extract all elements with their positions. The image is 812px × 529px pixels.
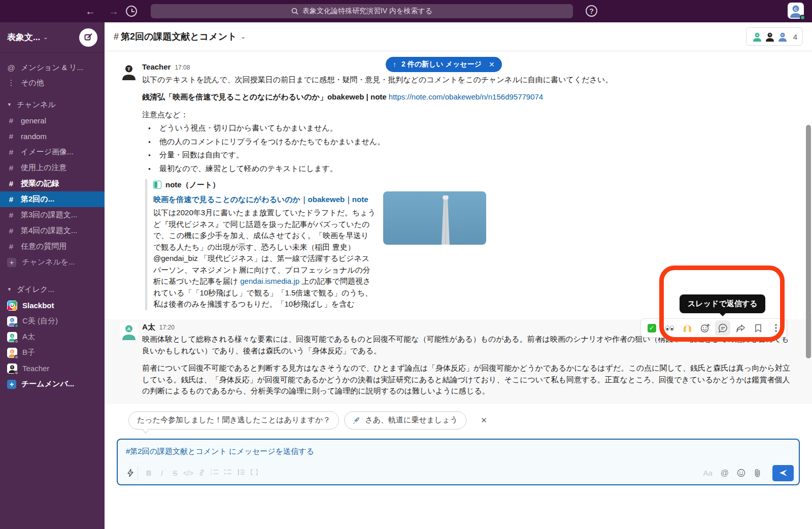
- dm-avatar-b: B: [7, 348, 17, 358]
- sidebar-channel-class-record[interactable]: #授業の記録: [0, 176, 105, 191]
- sidebar-dm-b[interactable]: B B子: [0, 345, 105, 360]
- suggestion-pill-2[interactable]: さあ、軌道に乗せましょう: [344, 411, 466, 429]
- dms-header-label: ダイレク...: [17, 285, 54, 294]
- gendai-link[interactable]: gendai.ismedia.jp: [240, 277, 299, 285]
- codeblock-button[interactable]: [248, 469, 261, 477]
- more-actions-button[interactable]: [768, 320, 784, 336]
- user-avatar[interactable]: C: [788, 3, 804, 19]
- sidebar-dm-self[interactable]: C C美 (自分): [0, 313, 105, 329]
- ordered-list-button[interactable]: 12: [208, 469, 221, 477]
- main-pane: # 第2回の課題文献とコメント ⌄ A T C 4 T Teacher 17:0…: [105, 22, 812, 529]
- presence-dot: [800, 15, 805, 20]
- compose-icon: [84, 33, 93, 42]
- share-message-button[interactable]: [733, 320, 748, 336]
- add-channel-button[interactable]: +チャンネルを...: [0, 254, 105, 270]
- react-hands-button[interactable]: [680, 320, 695, 336]
- compose-button[interactable]: [79, 28, 97, 47]
- message-text: 前者について回復不可能であると判断する見方はなさそうなので、ひとまず論点は「身体…: [142, 362, 792, 397]
- timestamp[interactable]: 17:08: [175, 63, 190, 72]
- history-back-icon[interactable]: ←: [85, 6, 95, 17]
- bullet-item: 他の人のコメントにリプライをつけるかたちでもかまいません。: [142, 136, 792, 148]
- mentions-label: メンション & リ...: [21, 63, 83, 73]
- add-reaction-button[interactable]: [697, 320, 713, 336]
- invite-members-button[interactable]: + チームメンバ...: [0, 376, 105, 392]
- code-button[interactable]: </>: [182, 469, 195, 477]
- link-button[interactable]: [195, 469, 208, 478]
- bullet-list-button[interactable]: [221, 469, 234, 477]
- svg-text:B: B: [11, 350, 13, 353]
- article-url-link[interactable]: https://note.com/obakeweb/n/n156d9577907…: [389, 92, 543, 101]
- sidebar-channel-usage[interactable]: #使用上の注意: [0, 160, 105, 176]
- banner-close-button[interactable]: ✕: [489, 60, 495, 69]
- message-avatar-a[interactable]: A: [120, 322, 138, 341]
- channel-title[interactable]: # 第2回の課題文献とコメント ⌄: [114, 30, 246, 43]
- new-messages-banner[interactable]: ↑ 2 件の新しい メッセージ ✕: [386, 57, 502, 72]
- sidebar-item-more[interactable]: ⋮ その他: [0, 75, 105, 90]
- preview-thumbnail-image[interactable]: [383, 191, 486, 245]
- arrow-up-icon: ↑: [393, 60, 396, 69]
- sidebar-channel-session3[interactable]: #第3回の課題文...: [0, 207, 105, 223]
- svg-text:C: C: [11, 318, 13, 321]
- author-name[interactable]: A太: [142, 321, 155, 333]
- channels-header-label: チャンネル: [17, 100, 56, 110]
- message-text: 以下のテキストを読んで、次回授業日の前日までに感想・疑問・意見・批判などのコメン…: [142, 74, 792, 86]
- send-button[interactable]: [772, 465, 794, 481]
- dm-avatar-teacher: T: [7, 363, 17, 374]
- react-check-button[interactable]: ✓: [644, 320, 659, 336]
- workspace-switcher[interactable]: 表象文... ⌄: [0, 22, 105, 53]
- sidebar-dm-teacher[interactable]: T Teacher: [0, 360, 105, 376]
- kebab-icon: ⋮: [7, 78, 15, 87]
- sidebar-channel-general[interactable]: #general: [0, 113, 105, 128]
- channel-members-button[interactable]: A T C 4: [746, 27, 803, 46]
- sidebar-channel-random[interactable]: #random: [0, 128, 105, 144]
- sidebar-channel-session4[interactable]: #第4回の課題文...: [0, 223, 105, 239]
- preview-title-link[interactable]: 映画を倍速で見ることのなにがわるいのか｜obakeweb｜note: [153, 194, 376, 206]
- history-clock-icon[interactable]: [126, 6, 137, 17]
- sidebar-item-mentions[interactable]: @ メンション & リ...: [0, 60, 105, 75]
- dms-section-header[interactable]: ▼ ダイレク...: [0, 281, 105, 297]
- bold-button[interactable]: B: [142, 469, 155, 477]
- sidebar-dm-slackbot[interactable]: Slackbot: [0, 297, 105, 313]
- history-forward-icon[interactable]: →: [109, 6, 119, 17]
- blockquote-button[interactable]: [234, 469, 248, 477]
- shortcuts-button[interactable]: [123, 466, 138, 480]
- suggestion-pill-1[interactable]: たった今参加しました！聞き逃したことはありますか？: [128, 411, 339, 429]
- svg-text:1: 1: [211, 469, 212, 472]
- thread-tooltip: スレッドで返信する: [680, 294, 765, 313]
- message-avatar-teacher[interactable]: T: [120, 62, 138, 81]
- dismiss-suggestions-button[interactable]: ✕: [481, 416, 487, 425]
- link-preview-card: note（ノート） 映画を倍速で見ることのなにがわるいのか｜obakeweb｜n…: [145, 179, 486, 310]
- search-input[interactable]: 表象文化論特殊研究演習IV 内を検索する: [151, 4, 573, 18]
- sidebar-channel-image[interactable]: #イメージ画像...: [0, 144, 105, 160]
- check-emoji: ✓: [648, 324, 656, 333]
- help-icon[interactable]: ?: [586, 5, 597, 17]
- strikethrough-button[interactable]: S: [168, 469, 182, 477]
- preview-description: 以下は2020年3月に書いたまま放置していたドラフトだ。ちょうど『現代ビジネス』…: [153, 207, 376, 310]
- message-composer[interactable]: #第2回の課題文献とコメント にメッセージを送信する B I S </> 12 …: [117, 439, 800, 485]
- member-count: 4: [793, 32, 797, 41]
- italic-button[interactable]: I: [155, 469, 168, 477]
- svg-text:T: T: [769, 34, 771, 37]
- sidebar: 表象文... ⌄ @ メンション & リ... ⋮ その他 ▼ チャンネル #g…: [0, 22, 105, 529]
- timestamp[interactable]: 17:20: [159, 323, 175, 332]
- sidebar-dm-a[interactable]: A A太: [0, 329, 105, 345]
- reply-in-thread-button[interactable]: [715, 320, 730, 336]
- search-placeholder: 表象文化論特殊研究演習IV 内を検索する: [302, 7, 432, 16]
- presence-offline-dot: [14, 355, 19, 359]
- presence-offline-dot: [14, 371, 19, 375]
- sidebar-channel-questions[interactable]: #任意の質問用: [0, 239, 105, 254]
- sidebar-channel-session2-selected[interactable]: #第2回の...: [0, 191, 105, 207]
- author-name[interactable]: Teacher: [142, 61, 171, 73]
- dm-avatar-c: C: [7, 316, 17, 326]
- mention-button[interactable]: @: [721, 469, 729, 478]
- scrollbar-thumb[interactable]: [806, 125, 811, 358]
- text-format-toggle[interactable]: Aa: [703, 469, 712, 477]
- attach-file-button[interactable]: [754, 469, 761, 477]
- react-eyes-button[interactable]: [662, 320, 677, 336]
- article-title: 銭清弘「映画を倍速で見ることのなにがわるいのか」obakeweb | note: [142, 92, 387, 101]
- at-icon: @: [7, 63, 15, 72]
- channels-section-header[interactable]: ▼ チャンネル: [0, 96, 105, 113]
- save-bookmark-button[interactable]: [751, 320, 766, 336]
- emoji-button[interactable]: [737, 469, 746, 477]
- bullet-item: どういう視点・切り口から書いてもかまいません。: [142, 122, 792, 134]
